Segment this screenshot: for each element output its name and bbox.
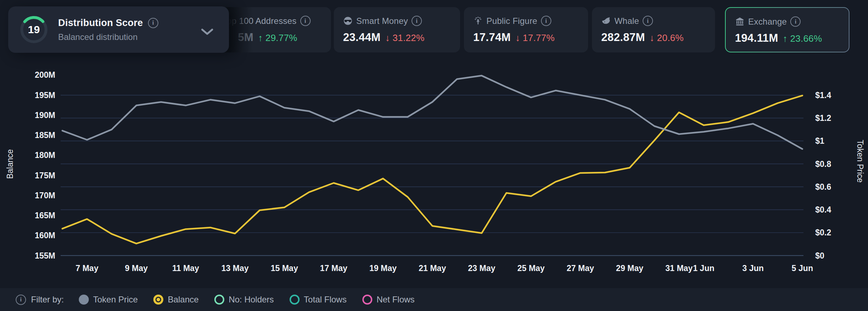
distribution-score-value: 19: [19, 15, 49, 45]
card-change: ↑ 29.77%: [258, 32, 297, 44]
x-axis-tick: 17 May: [320, 264, 347, 273]
distribution-score-card[interactable]: 19 Distribution Score i Balanced distrib…: [8, 6, 229, 53]
x-axis-tick: 3 Jun: [742, 264, 764, 273]
x-axis-tick: 7 May: [76, 264, 98, 273]
public-figure-icon: [473, 16, 483, 26]
x-axis-tick: 9 May: [125, 264, 148, 273]
card-value: 194.11M: [735, 32, 778, 45]
x-axis-tick: 13 May: [221, 264, 249, 273]
left-axis-title: Balance: [5, 149, 15, 179]
stat-card-smart-money[interactable]: Smart Money i 23.44M ↓ 31.22%: [334, 7, 460, 52]
token-dashboard: 200M195M190M185M180M175M170M165M160M155M…: [0, 0, 868, 311]
left-axis-tick: 155M: [35, 251, 55, 260]
right-axis-title: Token Price: [856, 140, 865, 183]
info-icon[interactable]: i: [790, 16, 801, 27]
x-axis-tick: 5 Jun: [792, 264, 813, 273]
card-title: Whale: [614, 16, 639, 26]
card-title: Public Figure: [486, 16, 537, 26]
left-axis-tick: 165M: [35, 211, 55, 220]
info-icon[interactable]: i: [148, 18, 158, 28]
filter-option-no-holders[interactable]: No: Holders: [214, 295, 274, 305]
x-axis-tick: 29 May: [616, 264, 643, 273]
right-axis-tick: $1: [815, 136, 824, 146]
x-axis-tick: 19 May: [369, 264, 397, 273]
filter-dot-icon: [362, 295, 372, 305]
right-axis-tick: $0: [815, 251, 824, 260]
filter-option-label: Total Flows: [304, 295, 347, 305]
x-axis-tick: 11 May: [172, 264, 199, 273]
x-axis-tick: 23 May: [468, 264, 495, 273]
right-axis-tick: $0.6: [815, 182, 831, 192]
distribution-score-subtitle: Balanced distribution: [58, 32, 158, 42]
filter-dot-icon: [153, 295, 163, 305]
series-token-price: [62, 76, 802, 149]
smart-money-icon: [343, 16, 353, 26]
filter-option-total-flows[interactable]: Total Flows: [290, 295, 347, 305]
card-title: Exchange: [748, 17, 787, 27]
filter-options: Token Price Balance No: Holders Total Fl…: [79, 295, 415, 305]
filter-option-balance[interactable]: Balance: [153, 295, 199, 305]
info-icon[interactable]: i: [643, 16, 653, 26]
left-axis-tick: 180M: [35, 151, 55, 160]
left-axis-tick: 190M: [35, 111, 55, 120]
stat-card-whale[interactable]: Whale i 282.87M ↓ 20.6%: [592, 7, 715, 52]
filter-option-token-price[interactable]: Token Price: [79, 295, 138, 305]
filter-bar: i Filter by: Token Price Balance No: Hol…: [0, 288, 868, 311]
x-axis-tick: 15 May: [271, 264, 298, 273]
card-change: ↑ 23.66%: [783, 33, 822, 44]
info-icon[interactable]: i: [412, 16, 422, 26]
filter-option-label: Net Flows: [377, 295, 415, 305]
filter-option-label: Token Price: [93, 295, 138, 305]
left-axis-tick: 160M: [35, 231, 55, 240]
x-axis-tick: 21 May: [419, 264, 446, 273]
right-axis-tick: $1.2: [815, 113, 831, 123]
x-axis-tick: 27 May: [567, 264, 594, 273]
distribution-score-title: Distribution Score: [58, 17, 143, 29]
left-axis-tick: 170M: [35, 191, 55, 200]
filter-dot-icon: [79, 295, 89, 305]
info-icon[interactable]: i: [300, 16, 311, 26]
card-change: ↓ 17.77%: [515, 32, 555, 44]
stat-card-public-figure[interactable]: Public Figure i 17.74M ↓ 17.77%: [464, 7, 588, 52]
x-axis-tick: 1 Jun: [693, 264, 714, 273]
x-axis-tick: 31 May: [665, 264, 693, 273]
filter-dot-icon: [290, 295, 300, 305]
stat-card-exchange[interactable]: Exchange i 194.11M ↑ 23.66%: [725, 7, 849, 52]
card-value: 23.44M: [343, 31, 381, 44]
right-axis-tick: $1.4: [815, 91, 831, 100]
right-axis-tick: $0.8: [815, 159, 831, 169]
card-title: Smart Money: [356, 16, 408, 26]
right-axis-tick: $0.4: [815, 205, 831, 214]
whale-icon: [601, 16, 611, 26]
left-axis-tick: 185M: [35, 131, 55, 140]
filter-dot-icon: [214, 295, 224, 305]
left-axis-tick: 175M: [35, 171, 55, 180]
info-icon[interactable]: i: [16, 295, 26, 305]
filter-option-label: No: Holders: [229, 295, 274, 305]
chevron-down-icon[interactable]: [201, 29, 213, 36]
card-change: ↓ 20.6%: [650, 32, 684, 44]
right-axis-tick: $0.2: [815, 228, 831, 237]
x-axis-tick: 25 May: [517, 264, 545, 273]
card-value: 282.87M: [601, 31, 645, 44]
filter-option-net-flows[interactable]: Net Flows: [362, 295, 415, 305]
info-icon[interactable]: i: [541, 16, 551, 26]
score-ring: 19: [19, 15, 49, 45]
card-change: ↓ 31.22%: [385, 32, 424, 44]
filter-by-label: Filter by:: [31, 295, 64, 305]
series-balance: [62, 96, 802, 244]
card-value: 17.74M: [473, 31, 511, 44]
exchange-icon: [735, 17, 745, 26]
filter-option-label: Balance: [168, 295, 199, 305]
left-axis-tick: 195M: [35, 91, 55, 100]
left-axis-tick: 200M: [35, 70, 55, 80]
